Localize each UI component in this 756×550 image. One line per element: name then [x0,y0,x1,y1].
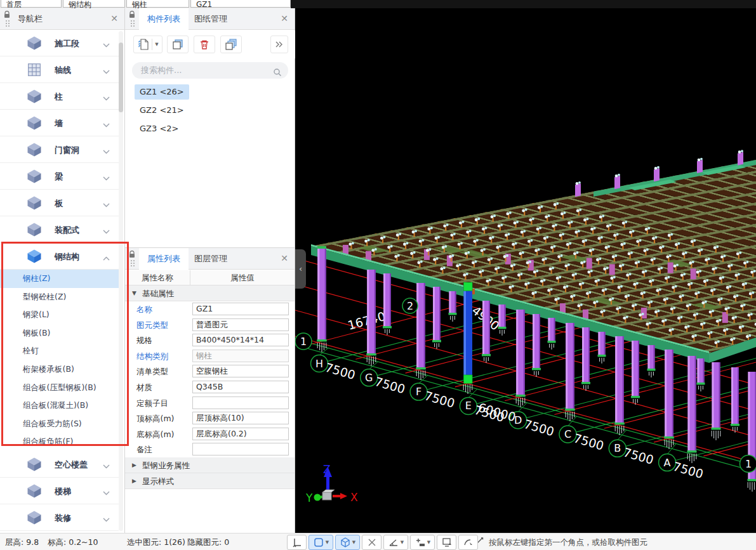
sidebar-item-label: 墙 [55,118,63,129]
property-value-input[interactable] [192,396,289,409]
polyline-button[interactable] [458,535,478,550]
close-icon[interactable]: ✕ [281,13,288,23]
component-dropdown[interactable]: GZ1▼ [190,0,291,8]
component-list-panel: 构件列表 图纸管理 ✕ ▼ 搜索构件... GZ1 <26>GZ2 <21>GZ… [125,8,295,247]
ortho-axis-button[interactable] [287,535,307,550]
sidebar-item-label: 柱 [55,91,63,103]
sidebar-subitem-钢梁(L)[interactable]: 钢梁(L) [0,306,119,324]
view-cube-button[interactable]: ▼ [335,535,360,550]
property-value-input[interactable]: 普通图元 [192,318,289,331]
sidebar-item-板[interactable]: 板 [0,190,119,216]
chevron-down-icon: ▼ [155,42,158,47]
drag-handle[interactable] [5,20,10,27]
viewport-3d[interactable]: 167404900HGFEDCBA12175007500750075007500… [295,8,756,533]
chevron-down-icon: ▼ [283,3,287,8]
status-stat: 隐藏图元: 0 [187,537,229,548]
new-component-button[interactable]: ▼ [133,36,162,53]
component-list-item[interactable]: GZ1 <26> [125,83,295,101]
drag-handle[interactable] [130,20,135,27]
chevron-down-icon: ▼ [427,540,430,545]
sidebar-item-label: 空心楼盖 [55,459,88,471]
sidebar-subitem-桁架楼承板(B)[interactable]: 桁架楼承板(B) [0,360,119,379]
chevron-down-icon: ▼ [352,540,355,545]
sidebar-subitem-型钢砼柱(Z)[interactable]: 型钢砼柱(Z) [0,288,119,306]
chevron-up-icon [103,256,110,261]
lock-icon[interactable] [129,11,135,20]
component-label: GZ2 <21> [135,103,189,118]
delete-button[interactable] [194,36,215,53]
sidebar-item-轴线[interactable]: 轴线 [0,56,119,83]
sidebar-subitem-组合板负筋(F)[interactable]: 组合板负筋(F) [0,433,119,451]
chevron-down-icon [103,176,110,181]
property-value-input[interactable]: B400*450*14*14 [192,334,289,346]
property-section-base[interactable]: ▼基础属性 [125,285,295,301]
property-value-input[interactable]: 层顶标高(10) [192,412,289,424]
layer-toolbar: 首层▼ 钢结构▼ 钢柱▼ GZ1▼ [0,0,756,8]
chevron-down-icon: ▼ [401,540,404,545]
sidebar-item-墙[interactable]: 墙 [0,110,119,136]
property-row-图元类型: 图元类型普通图元 [125,317,295,333]
lock-icon[interactable] [4,11,10,20]
category-3d-icon [25,221,43,239]
axis-bubble-2: 2 [407,300,413,312]
property-value-input[interactable]: Q345B [192,381,289,393]
property-value-input[interactable]: 层底标高(0.2) [192,428,289,440]
navigator-scrollbar[interactable] [119,31,123,531]
sidebar-subitem-栓钉[interactable]: 栓钉 [0,342,119,360]
sidebar-item-钢结构[interactable]: 钢结构 [0,243,119,270]
selection-box-button[interactable]: ▼ [308,535,333,550]
scrollbar-thumb[interactable] [119,43,123,112]
property-value-input[interactable]: 钢柱 [192,350,289,362]
lock-icon[interactable] [129,251,135,260]
search-input[interactable]: 搜索构件... [132,62,288,79]
tab-drawing-management[interactable]: 图纸管理 [186,8,235,30]
close-icon[interactable]: ✕ [281,253,288,263]
selection-handle-top[interactable] [463,282,472,291]
property-section-显示样式[interactable]: ▶显示样式 [125,473,295,489]
expand-button[interactable] [270,36,288,53]
sidebar-item-梁[interactable]: 梁 [0,163,119,190]
panel-collapse-handle[interactable]: ‹ [295,249,306,289]
batch-copy-button[interactable] [220,36,242,53]
sidebar-subitem-组合板(压型钢板)(B)[interactable]: 组合板(压型钢板)(B) [0,379,119,397]
sidebar-subitem-钢板(B)[interactable]: 钢板(B) [0,324,119,343]
axis-bubble-A: A [664,457,671,469]
sidebar-item-装修[interactable]: 装修 [0,504,119,531]
sidebar-subitem-钢柱(Z)[interactable]: 钢柱(Z) [0,270,119,288]
property-value-input[interactable]: 空腹钢柱 [192,365,289,377]
property-value-input[interactable]: GZ1 [192,303,289,315]
cancel-cross-button[interactable] [362,535,381,550]
angle-measure-button[interactable]: ▼ [383,535,408,550]
sidebar-item-楼梯[interactable]: 楼梯 [0,478,119,504]
copy-button[interactable] [167,36,189,53]
sidebar-item-label: 轴线 [55,65,71,76]
offset-button[interactable]: ▼ [410,535,435,550]
property-section-型钢业务属性[interactable]: ▶型钢业务属性 [125,457,295,473]
property-label: 名称 [136,304,152,315]
sidebar-item-空心楼盖[interactable]: 空心楼盖 [0,451,119,478]
chevron-down-icon [103,43,110,48]
sidebar-subitem-组合板(混凝土)(B)[interactable]: 组合板(混凝土)(B) [0,396,119,415]
sidebar-item-柱[interactable]: 柱 [0,83,119,110]
property-row-结构类别: 结构类别钢柱 [125,348,295,364]
close-icon[interactable]: ✕ [110,13,118,23]
property-value-input[interactable] [192,443,289,455]
component-list-item[interactable]: GZ3 <2> [125,120,295,138]
screenshot-button[interactable] [437,535,456,550]
component-list-item[interactable]: GZ2 <21> [125,101,295,120]
status-stat: 选中图元: 1(26) [127,537,185,548]
sidebar-item-门窗洞[interactable]: 门窗洞 [0,136,119,163]
sidebar-subitem-组合板受力筋(S)[interactable]: 组合板受力筋(S) [0,415,119,433]
sidebar-item-装配式[interactable]: 装配式 [0,216,119,243]
floor-dropdown[interactable]: 首层▼ [1,0,62,8]
sidebar-item-施工段[interactable]: 施工段 [0,30,119,56]
element-type-dropdown[interactable]: 钢柱▼ [126,0,189,8]
selection-handle-bottom[interactable] [463,375,472,384]
tab-layer-management[interactable]: 图层管理 [186,248,235,270]
category-dropdown[interactable]: 钢结构▼ [63,0,125,8]
tab-component-list[interactable]: 构件列表 [139,8,189,30]
drag-handle[interactable] [130,259,135,267]
component-panel-header: 构件列表 图纸管理 ✕ [125,8,295,30]
chevron-down-icon [103,203,110,207]
tab-property-list[interactable]: 属性列表 [139,248,189,270]
